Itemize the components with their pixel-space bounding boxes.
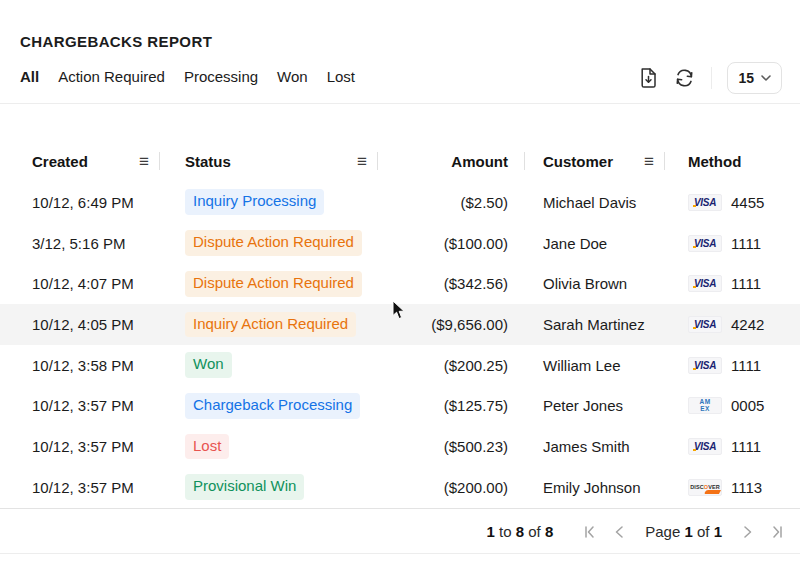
tab-lost[interactable]: Lost — [327, 68, 355, 85]
toolbar: 15 — [639, 61, 782, 95]
customer-cell: Emily Johnson — [525, 467, 665, 508]
tab-processing[interactable]: Processing — [184, 68, 258, 85]
table-row[interactable]: 10/12, 3:57 PM Lost ($500.23) James Smit… — [0, 426, 800, 467]
column-menu-icon[interactable]: ≡ — [139, 153, 149, 170]
table-row[interactable]: 10/12, 4:07 PM Dispute Action Required (… — [0, 263, 800, 304]
status-cell: Won — [160, 345, 378, 386]
card-brand-icon: VISA — [688, 316, 722, 333]
range-start: 1 — [486, 523, 494, 540]
status-cell: Lost — [160, 426, 378, 467]
toolbar-divider — [711, 67, 712, 89]
method-cell: VISA 4242 — [665, 304, 800, 345]
page-size-value: 15 — [738, 70, 754, 86]
table-row[interactable]: 3/12, 5:16 PM Dispute Action Required ($… — [0, 223, 800, 264]
refresh-icon[interactable] — [673, 67, 696, 89]
created-cell: 10/12, 6:49 PM — [0, 182, 160, 223]
method-cell: VISA 1111 — [665, 223, 800, 264]
column-label: Customer — [543, 153, 613, 170]
column-header-customer[interactable]: Customer ≡ — [525, 140, 665, 182]
status-cell: Chargeback Processing — [160, 385, 378, 426]
card-last4: 4455 — [731, 194, 764, 211]
table-row[interactable]: 10/12, 3:57 PM Provisional Win ($200.00)… — [0, 467, 800, 508]
chevron-right-icon[interactable] — [744, 526, 752, 538]
method-cell: VISA 1111 — [665, 345, 800, 386]
card-brand-icon: VISA — [688, 275, 722, 292]
pagination-bar: 1 to 8 of 8 Page 1 of 1 — [0, 508, 800, 554]
status-badge: Lost — [185, 434, 229, 460]
range-end: 8 — [516, 523, 524, 540]
status-cell: Inquiry Action Required — [160, 304, 378, 345]
column-header-status[interactable]: Status ≡ — [160, 140, 378, 182]
page-title: CHARGEBACKS REPORT — [20, 33, 212, 50]
chargebacks-table: Created ≡ Status ≡ Amount Customer ≡ Met… — [0, 140, 800, 508]
first-page-icon[interactable] — [583, 526, 596, 538]
tab-action-required[interactable]: Action Required — [58, 68, 165, 85]
tab-all[interactable]: All — [20, 68, 39, 85]
card-last4: 4242 — [731, 316, 764, 333]
chevron-down-icon — [761, 75, 771, 81]
header-divider — [0, 103, 800, 104]
created-cell: 10/12, 3:57 PM — [0, 385, 160, 426]
card-last4: 1111 — [731, 235, 761, 252]
customer-cell: Sarah Martinez — [525, 304, 665, 345]
chevron-left-icon[interactable] — [615, 526, 623, 538]
card-last4: 1111 — [731, 275, 761, 292]
table-row[interactable]: 10/12, 3:58 PM Won ($200.25) William Lee… — [0, 345, 800, 386]
table-body: 10/12, 6:49 PM Inquiry Processing ($2.50… — [0, 182, 800, 508]
page-total: 1 — [714, 523, 722, 540]
amount-cell: ($125.75) — [378, 385, 525, 426]
column-header-created[interactable]: Created ≡ — [0, 140, 160, 182]
page-size-dropdown[interactable]: 15 — [727, 62, 782, 94]
range-to-label: to — [499, 523, 512, 540]
status-badge: Chargeback Processing — [185, 393, 360, 419]
export-download-icon[interactable] — [639, 67, 658, 89]
pager-controls: Page 1 of 1 — [583, 523, 784, 540]
table-row[interactable]: 10/12, 3:57 PM Chargeback Processing ($1… — [0, 385, 800, 426]
customer-cell: James Smith — [525, 426, 665, 467]
created-cell: 10/12, 4:07 PM — [0, 263, 160, 304]
card-last4: 1113 — [731, 479, 762, 496]
column-menu-icon[interactable]: ≡ — [357, 153, 367, 170]
card-brand-icon: VISA — [688, 357, 722, 374]
card-brand-icon: AMEX — [688, 397, 722, 414]
table-header-row: Created ≡ Status ≡ Amount Customer ≡ Met… — [0, 140, 800, 182]
status-badge: Won — [185, 352, 232, 378]
status-cell: Dispute Action Required — [160, 223, 378, 264]
row-range-summary: 1 to 8 of 8 — [486, 523, 553, 540]
created-cell: 10/12, 3:58 PM — [0, 345, 160, 386]
column-header-method[interactable]: Method — [665, 140, 800, 182]
card-last4: 1111 — [731, 357, 761, 374]
method-cell: VISA 1111 — [665, 426, 800, 467]
amount-cell: ($2.50) — [378, 182, 525, 223]
status-cell: Inquiry Processing — [160, 182, 378, 223]
tab-won[interactable]: Won — [277, 68, 308, 85]
method-cell: VISA 1111 — [665, 263, 800, 304]
status-badge: Inquiry Action Required — [185, 312, 356, 338]
table-row[interactable]: 10/12, 6:49 PM Inquiry Processing ($2.50… — [0, 182, 800, 223]
page-of-label: of — [697, 523, 710, 540]
column-header-amount[interactable]: Amount — [378, 140, 525, 182]
card-last4: 0005 — [731, 397, 764, 414]
amount-cell: ($200.00) — [378, 467, 525, 508]
created-cell: 3/12, 5:16 PM — [0, 223, 160, 264]
amount-cell: ($200.25) — [378, 345, 525, 386]
column-menu-icon[interactable]: ≡ — [644, 153, 654, 170]
last-page-icon[interactable] — [771, 526, 784, 538]
table-row[interactable]: 10/12, 4:05 PM Inquiry Action Required (… — [0, 304, 800, 345]
amount-cell: ($100.00) — [378, 223, 525, 264]
card-last4: 1111 — [731, 438, 761, 455]
customer-cell: Michael Davis — [525, 182, 665, 223]
card-brand-icon: VISA — [688, 194, 722, 211]
status-badge: Inquiry Processing — [185, 189, 324, 215]
method-cell: VISA 4455 — [665, 182, 800, 223]
range-total: 8 — [545, 523, 553, 540]
created-cell: 10/12, 4:05 PM — [0, 304, 160, 345]
column-label: Status — [185, 153, 231, 170]
page-current: 1 — [684, 523, 692, 540]
amount-cell: ($9,656.00) — [378, 304, 525, 345]
amount-cell: ($500.23) — [378, 426, 525, 467]
bottom-divider — [0, 553, 800, 554]
customer-cell: William Lee — [525, 345, 665, 386]
customer-cell: Olivia Brown — [525, 263, 665, 304]
column-label: Created — [32, 153, 88, 170]
